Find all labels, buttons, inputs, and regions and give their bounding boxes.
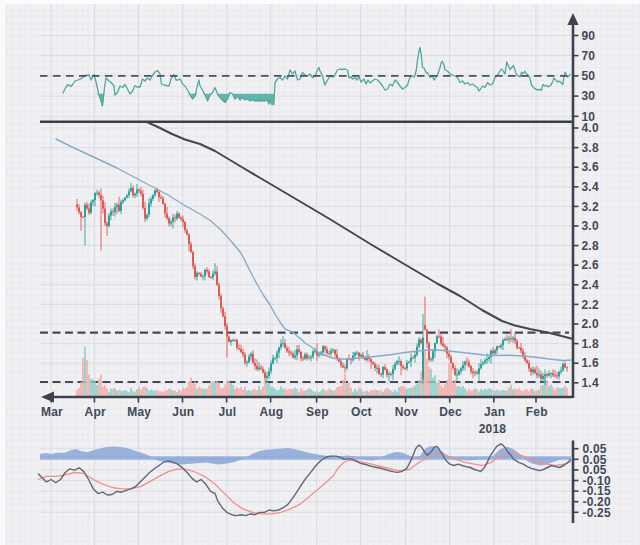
svg-text:3.0: 3.0: [582, 219, 599, 233]
svg-text:Apr: Apr: [85, 405, 106, 419]
svg-text:4.0: 4.0: [582, 121, 599, 135]
svg-text:2.4: 2.4: [582, 278, 599, 292]
svg-text:2.2: 2.2: [582, 298, 599, 312]
svg-text:-0.25: -0.25: [583, 506, 611, 520]
svg-text:90: 90: [582, 29, 596, 43]
svg-text:Oct: Oct: [351, 405, 372, 419]
svg-text:2.6: 2.6: [582, 258, 599, 272]
svg-text:Aug: Aug: [259, 405, 283, 419]
svg-text:Feb: Feb: [526, 405, 548, 419]
svg-text:Jun: Jun: [172, 405, 194, 419]
svg-text:Nov: Nov: [395, 405, 418, 419]
svg-text:3.8: 3.8: [582, 141, 599, 155]
svg-text:Dec: Dec: [439, 405, 462, 419]
svg-text:Sep: Sep: [306, 405, 329, 419]
svg-text:30: 30: [582, 89, 596, 103]
svg-text:May: May: [127, 405, 151, 419]
svg-text:1.6: 1.6: [582, 356, 599, 370]
svg-text:3.4: 3.4: [582, 180, 599, 194]
svg-text:1.8: 1.8: [582, 337, 599, 351]
svg-text:3.2: 3.2: [582, 200, 599, 214]
svg-text:Jul: Jul: [218, 405, 236, 419]
svg-text:Mar: Mar: [41, 405, 63, 419]
svg-text:70: 70: [582, 49, 596, 63]
svg-text:50: 50: [582, 69, 596, 83]
svg-text:1.4: 1.4: [582, 376, 599, 390]
svg-text:2018: 2018: [479, 422, 507, 436]
svg-text:Jan: Jan: [484, 405, 505, 419]
svg-text:2.0: 2.0: [582, 317, 599, 331]
svg-text:2.8: 2.8: [582, 239, 599, 253]
svg-text:3.6: 3.6: [582, 160, 599, 174]
